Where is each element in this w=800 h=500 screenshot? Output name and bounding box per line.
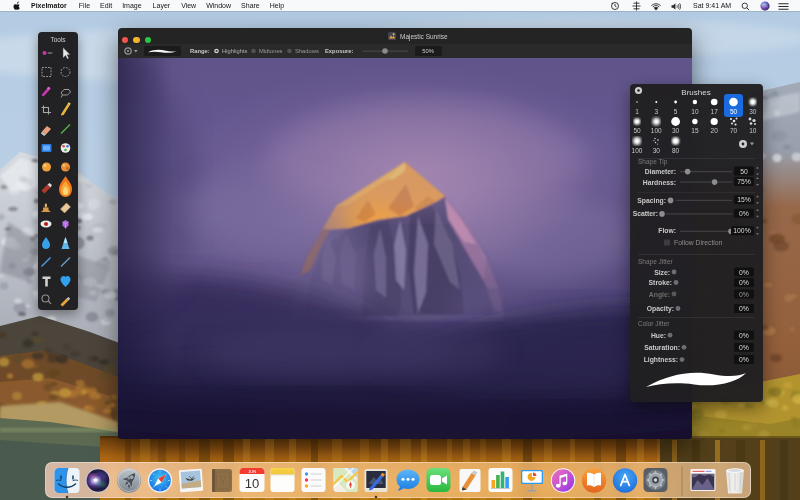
svg-text:75%: 75%	[737, 178, 751, 185]
svg-text:1: 1	[635, 108, 639, 115]
svg-text:17: 17	[711, 108, 719, 115]
svg-text:0%: 0%	[739, 210, 749, 217]
svg-text:Flow:: Flow:	[658, 227, 676, 234]
svg-text:Shape Tip: Shape Tip	[638, 158, 668, 166]
svg-text:Angle:: Angle:	[649, 291, 670, 299]
svg-text:Majestic Sunrise: Majestic Sunrise	[400, 33, 448, 41]
svg-text:100: 100	[651, 127, 662, 134]
svg-text:Spacing:: Spacing:	[637, 197, 666, 205]
svg-text:5: 5	[674, 108, 678, 115]
svg-text:30: 30	[749, 108, 757, 115]
svg-text:Follow Direction: Follow Direction	[674, 239, 723, 246]
svg-text:50%: 50%	[422, 48, 434, 54]
svg-text:Scatter:: Scatter:	[633, 210, 658, 217]
svg-text:30: 30	[672, 127, 680, 134]
svg-text:80: 80	[672, 147, 680, 154]
svg-text:Highlights: Highlights	[222, 48, 248, 54]
svg-text:50: 50	[740, 168, 748, 175]
svg-text:Stroke:: Stroke:	[649, 279, 672, 286]
svg-text:Size:: Size:	[654, 269, 670, 276]
svg-text:Range:: Range:	[190, 48, 210, 54]
svg-text:Diameter:: Diameter:	[645, 168, 676, 175]
svg-text:15: 15	[691, 127, 699, 134]
svg-text:0%: 0%	[739, 305, 749, 312]
svg-text:0%: 0%	[739, 279, 749, 286]
svg-text:Shape Jitter: Shape Jitter	[638, 258, 674, 266]
svg-text:Brushes: Brushes	[681, 88, 710, 97]
svg-text:Opacity:: Opacity:	[647, 305, 674, 313]
svg-text:70: 70	[730, 127, 738, 134]
svg-text:Tools: Tools	[50, 36, 66, 43]
svg-text:Hue:: Hue:	[651, 332, 666, 339]
svg-text:Saturation:: Saturation:	[644, 344, 680, 351]
svg-text:Lightness:: Lightness:	[644, 356, 678, 364]
svg-text:0%: 0%	[739, 291, 749, 298]
svg-text:10: 10	[749, 127, 757, 134]
svg-text:0%: 0%	[739, 332, 749, 339]
svg-text:0%: 0%	[739, 269, 749, 276]
svg-text:0%: 0%	[739, 356, 749, 363]
svg-text:Hardness:: Hardness:	[643, 179, 676, 186]
svg-text:50: 50	[633, 127, 641, 134]
svg-text:0%: 0%	[739, 344, 749, 351]
svg-text:Shadows: Shadows	[295, 48, 319, 54]
svg-text:Exposure:: Exposure:	[325, 48, 353, 54]
svg-text:10: 10	[691, 108, 699, 115]
svg-text:100: 100	[632, 147, 643, 154]
svg-text:Midtones: Midtones	[259, 48, 283, 54]
svg-text:30: 30	[653, 147, 661, 154]
svg-text:20: 20	[711, 127, 719, 134]
svg-text:JUN: JUN	[248, 469, 256, 474]
svg-text:15%: 15%	[737, 196, 751, 203]
svg-text:10: 10	[245, 476, 259, 491]
svg-text:50: 50	[730, 108, 738, 115]
svg-text:3: 3	[654, 108, 658, 115]
svg-text:Color Jitter: Color Jitter	[638, 320, 670, 327]
svg-text:100%: 100%	[733, 227, 750, 234]
